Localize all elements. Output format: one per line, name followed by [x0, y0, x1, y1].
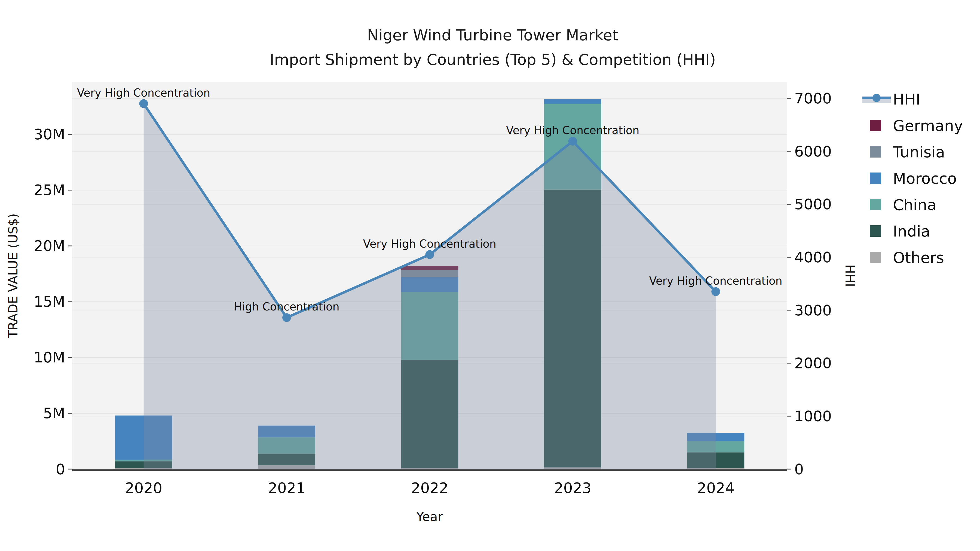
left-tick-label: 20M — [34, 237, 65, 254]
legend-item-others: Others — [870, 249, 944, 267]
right-tick-label: 6000 — [794, 143, 832, 160]
right-tick-label: 5000 — [794, 195, 832, 213]
annotation-2021: High Concentration — [234, 300, 339, 313]
legend-swatch-others — [870, 252, 881, 263]
chart-canvas: Niger Wind Turbine Tower Market Import S… — [0, 0, 980, 551]
legend-item-hhi: HHI — [862, 91, 920, 108]
right-tick-label: 4000 — [794, 249, 832, 266]
hhi-point-2021 — [282, 313, 291, 322]
legend-swatch-india — [870, 225, 881, 237]
hhi-point-2024 — [711, 287, 720, 296]
hhi-point-2022 — [425, 250, 434, 259]
chart-title-line2: Import Shipment by Countries (Top 5) & C… — [270, 51, 716, 68]
bar-segment-morocco-2023 — [544, 99, 601, 104]
right-tick-label: 1000 — [794, 408, 832, 425]
x-tick-label-2021: 2021 — [268, 480, 305, 497]
annotation-2023: Very High Concentration — [506, 124, 639, 137]
legend-swatch-germany — [870, 120, 881, 131]
annotation-2022: Very High Concentration — [363, 238, 496, 250]
x-tick-label-2020: 2020 — [125, 480, 162, 497]
left-tick-label: 15M — [34, 293, 65, 310]
x-tick-label-2022: 2022 — [411, 480, 449, 497]
hhi-point-2023 — [568, 137, 577, 146]
legend-swatch-china — [870, 199, 881, 210]
right-axis-title: HHI — [843, 265, 857, 287]
left-tick-label: 10M — [34, 349, 65, 366]
legend-label-tunisia: Tunisia — [892, 143, 945, 161]
x-axis-title: Year — [416, 510, 442, 524]
left-tick-label: 5M — [43, 405, 65, 422]
legend-label-germany: Germany — [893, 117, 963, 134]
left-tick-label: 25M — [34, 181, 65, 198]
x-tick-label-2023: 2023 — [554, 480, 591, 497]
legend-item-tunisia: Tunisia — [870, 143, 945, 161]
legend-item-morocco: Morocco — [870, 170, 956, 187]
legend-label-india: India — [893, 222, 930, 240]
legend-swatch-morocco — [870, 173, 881, 184]
legend-label-morocco: Morocco — [893, 170, 956, 187]
legend-label-china: China — [893, 196, 937, 214]
legend-label-others: Others — [893, 249, 944, 267]
legend-item-china: China — [870, 196, 937, 214]
x-tick-label-2024: 2024 — [697, 480, 735, 497]
annotation-2020: Very High Concentration — [77, 87, 210, 99]
legend-label-hhi: HHI — [893, 91, 920, 108]
right-tick-label: 2000 — [794, 354, 832, 372]
legend-hhi-marker — [872, 94, 881, 102]
left-tick-label: 0 — [56, 460, 65, 478]
hhi-point-2020 — [139, 99, 148, 108]
legend-item-india: India — [870, 222, 930, 240]
legend: HHIGermanyTunisiaMoroccoChinaIndiaOthers — [862, 91, 963, 267]
right-tick-label: 7000 — [794, 90, 832, 107]
annotation-2024: Very High Concentration — [649, 275, 783, 287]
legend-swatch-tunisia — [870, 146, 881, 157]
left-tick-label: 30M — [34, 126, 65, 143]
combo-chart: Very High ConcentrationHigh Concentratio… — [0, 0, 980, 551]
right-tick-label: 3000 — [794, 302, 832, 319]
right-tick-label: 0 — [794, 460, 803, 478]
chart-title-line1: Niger Wind Turbine Tower Market — [367, 26, 618, 44]
legend-item-germany: Germany — [870, 117, 963, 134]
left-axis-title: TRADE VALUE (US$) — [6, 213, 21, 338]
